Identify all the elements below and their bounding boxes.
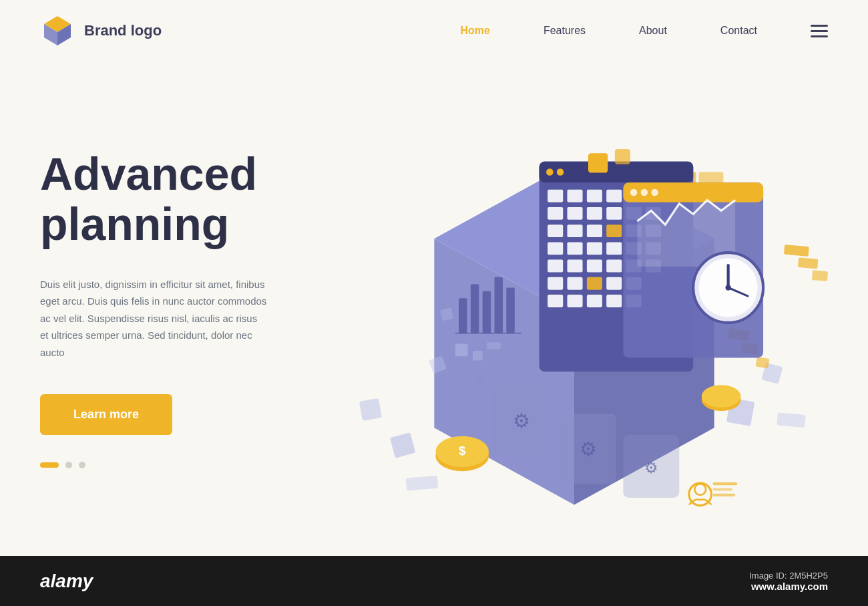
header: Brand logo Home Features About Contact [0,0,868,61]
right-illustration: $ ⚙ ⚙ ⚙ [320,92,828,526]
pagination-dots [40,462,320,468]
footer-bar: alamy Image ID: 2M5H2P5 www.alamy.com [0,556,868,606]
svg-rect-102 [713,494,736,496]
svg-point-25 [546,168,553,175]
svg-rect-40 [568,224,583,237]
svg-rect-35 [587,207,602,220]
svg-rect-34 [568,207,583,220]
svg-rect-14 [755,357,769,369]
alamy-logo: alamy [40,571,93,592]
left-content: Advanced planning Duis elit justo, digni… [40,149,320,468]
svg-rect-76 [494,277,503,333]
svg-rect-58 [568,277,583,290]
svg-rect-63 [568,295,583,307]
logo-area: Brand logo [40,13,162,48]
svg-rect-79 [455,343,468,356]
svg-text:⚙: ⚙ [644,459,658,476]
svg-rect-62 [548,295,563,307]
svg-rect-45 [548,242,563,255]
svg-rect-75 [483,291,491,333]
svg-rect-7 [359,398,382,421]
svg-text:$: $ [459,444,466,458]
svg-rect-52 [568,260,583,273]
svg-point-91 [702,385,741,408]
svg-point-70 [641,189,648,196]
svg-rect-28 [568,190,583,202]
dot-active[interactable] [40,462,59,468]
svg-rect-11 [406,476,439,491]
svg-point-99 [694,484,706,495]
svg-rect-60 [606,277,622,290]
svg-rect-10 [777,412,805,427]
svg-rect-16 [798,257,819,269]
svg-point-69 [630,189,637,196]
hamburger-line-3 [811,35,828,37]
svg-rect-106 [477,371,482,383]
svg-rect-17 [812,270,828,281]
nav-about[interactable]: About [639,25,667,37]
svg-point-71 [651,189,658,196]
svg-rect-53 [587,260,602,273]
svg-rect-15 [784,245,809,257]
hero-title: Advanced planning [40,149,320,249]
nav-features[interactable]: Features [544,25,586,37]
svg-rect-73 [459,298,467,333]
main-nav: Home Features About Contact [460,25,828,37]
hero-description: Duis elit justo, dignissim in efficitur … [40,276,267,361]
svg-rect-101 [713,488,732,490]
svg-rect-80 [473,351,483,361]
logo-text: Brand logo [84,22,162,39]
svg-rect-6 [390,432,416,458]
svg-rect-77 [506,288,515,333]
svg-rect-36 [606,207,622,220]
svg-rect-27 [548,190,563,202]
hamburger-menu[interactable] [811,25,828,37]
svg-rect-81 [487,342,501,349]
svg-text:⚙: ⚙ [513,410,530,432]
svg-rect-20 [699,172,724,184]
svg-text:⚙: ⚙ [580,438,597,460]
hamburger-line-2 [811,30,828,32]
svg-rect-42 [606,224,622,237]
svg-rect-100 [713,482,738,485]
svg-rect-47 [587,242,602,255]
svg-rect-57 [548,277,563,290]
svg-rect-46 [568,242,583,255]
nav-home[interactable]: Home [460,25,489,37]
alamy-url: www.alamy.com [749,581,828,592]
dot-3[interactable] [79,462,85,468]
svg-rect-39 [548,224,563,237]
isometric-illustration: $ ⚙ ⚙ ⚙ [320,92,828,526]
image-id: Image ID: 2M5H2P5 [749,571,828,581]
svg-rect-74 [471,284,479,333]
svg-rect-64 [587,295,602,307]
svg-point-26 [557,168,564,175]
main-content: Advanced planning Duis elit justo, digni… [0,61,868,529]
svg-rect-54 [606,260,622,273]
svg-rect-51 [548,260,563,273]
svg-rect-41 [587,224,602,237]
svg-rect-107 [588,153,608,172]
svg-rect-48 [606,242,622,255]
svg-rect-108 [615,149,630,164]
logo-icon [40,13,75,48]
nav-contact[interactable]: Contact [720,25,757,37]
svg-rect-29 [587,190,602,202]
dot-2[interactable] [65,462,72,468]
footer-info: Image ID: 2M5H2P5 www.alamy.com [749,571,828,592]
svg-rect-65 [606,295,622,307]
svg-point-86 [725,285,730,290]
svg-rect-33 [548,207,563,220]
svg-rect-30 [606,190,622,202]
hamburger-line-1 [811,25,828,27]
learn-more-button[interactable]: Learn more [40,394,172,435]
svg-rect-59 [587,277,602,290]
